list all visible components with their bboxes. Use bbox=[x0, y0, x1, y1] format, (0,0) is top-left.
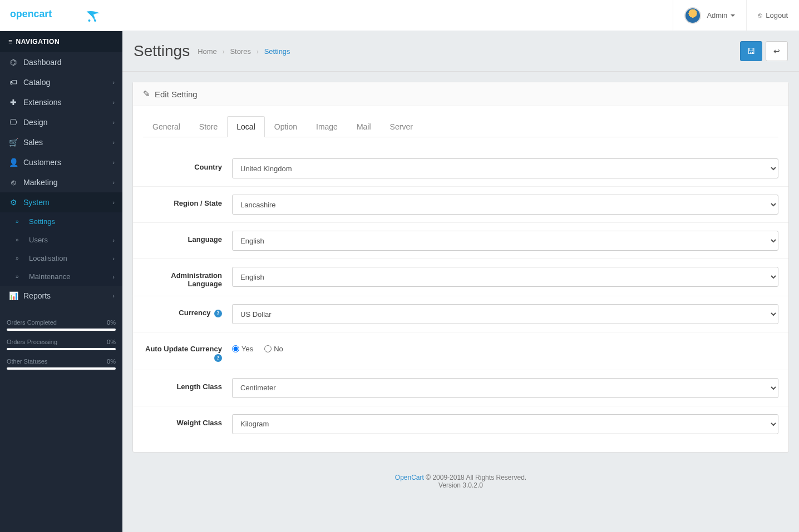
sidebar-item-extensions[interactable]: ✚ Extensions › bbox=[0, 92, 122, 112]
svg-text:opencart: opencart bbox=[10, 8, 52, 19]
stat-orders-completed: Orders Completed 0% bbox=[7, 316, 116, 329]
logout-button[interactable]: ⎋ Logout bbox=[746, 0, 799, 31]
stat-other-statuses: Other Statuses 0% bbox=[7, 355, 116, 367]
sidebar-sub-users[interactable]: » Users › bbox=[0, 231, 122, 249]
chevron-right-icon: › bbox=[112, 79, 115, 86]
chevron-right-icon: › bbox=[112, 274, 115, 280]
chevron-icon: » bbox=[16, 274, 24, 280]
main: Settings Home › Stores › Settings 🖫 ↩ ✎ … bbox=[122, 0, 799, 532]
page-title: Settings bbox=[134, 42, 190, 60]
tab-store[interactable]: Store bbox=[190, 116, 227, 137]
pencil-icon: ✎ bbox=[143, 89, 150, 99]
svg-point-2 bbox=[94, 19, 96, 21]
row-region: Region / State Lancashire bbox=[133, 187, 788, 223]
panel-heading: ✎ Edit Setting bbox=[133, 82, 788, 106]
breadcrumb-settings[interactable]: Settings bbox=[264, 47, 290, 56]
panel-body: General Store Local Option Image Mail Se… bbox=[133, 106, 788, 452]
sidebar-item-system[interactable]: ⚙ System › bbox=[0, 192, 122, 212]
caret-down-icon bbox=[731, 14, 735, 17]
footer-version: Version 3.0.2.0 bbox=[134, 481, 788, 489]
tab-server[interactable]: Server bbox=[381, 116, 422, 137]
label-weight-class: Weight Class bbox=[143, 414, 232, 427]
user-menu[interactable]: Admin bbox=[673, 0, 746, 31]
sidebar-item-customers[interactable]: 👤 Customers › bbox=[0, 152, 122, 172]
chevron-right-icon: › bbox=[112, 159, 115, 166]
sidebar-sub-localisation[interactable]: » Localisation › bbox=[0, 249, 122, 267]
sidebar-item-catalog[interactable]: 🏷 Catalog › bbox=[0, 72, 122, 92]
select-region[interactable]: Lancashire bbox=[232, 195, 778, 215]
stat-bar bbox=[7, 348, 116, 350]
save-icon: 🖫 bbox=[747, 47, 755, 56]
sidebar-sub-settings[interactable]: » Settings bbox=[0, 212, 122, 231]
chevron-right-icon: › bbox=[112, 255, 115, 262]
sidebar-stats: Orders Completed 0% Orders Processing 0%… bbox=[7, 316, 116, 370]
chevron-right-icon: › bbox=[112, 292, 115, 299]
tab-image[interactable]: Image bbox=[307, 116, 347, 137]
page-actions: 🖫 ↩ bbox=[740, 41, 788, 61]
header-right: Admin ⎋ Logout bbox=[122, 0, 799, 31]
row-language: Language English bbox=[133, 223, 788, 259]
select-currency[interactable]: US Dollar bbox=[232, 304, 778, 324]
help-icon[interactable]: ? bbox=[214, 310, 222, 317]
tab-general[interactable]: General bbox=[143, 116, 190, 137]
label-country: Country bbox=[143, 158, 232, 171]
avatar bbox=[684, 7, 701, 24]
tab-mail[interactable]: Mail bbox=[347, 116, 381, 137]
gear-icon: ⚙ bbox=[8, 198, 19, 207]
chevron-right-icon: › bbox=[112, 139, 115, 146]
help-icon[interactable]: ? bbox=[214, 354, 222, 362]
sidebar-item-reports[interactable]: 📊 Reports › bbox=[0, 286, 122, 306]
chevron-right-icon: › bbox=[112, 237, 115, 243]
tag-icon: 🏷 bbox=[8, 78, 19, 87]
chevron-right-icon: › bbox=[112, 119, 115, 126]
chevron-icon: » bbox=[16, 237, 24, 243]
bars-icon: ≡ bbox=[8, 38, 13, 46]
select-weight-class[interactable]: Kilogram bbox=[232, 414, 778, 434]
sidebar-item-sales[interactable]: 🛒 Sales › bbox=[0, 132, 122, 152]
tab-option[interactable]: Option bbox=[265, 116, 307, 137]
header: opencart Admin ⎋ Logout bbox=[0, 0, 799, 31]
label-region: Region / State bbox=[143, 195, 232, 207]
sidebar-item-design[interactable]: 🖵 Design › bbox=[0, 112, 122, 132]
user-label: Admin bbox=[707, 11, 727, 19]
puzzle-icon: ✚ bbox=[8, 98, 19, 107]
select-country[interactable]: United Kingdom bbox=[232, 158, 778, 178]
sidebar-item-marketing[interactable]: ⎋ Marketing › bbox=[0, 172, 122, 192]
svg-point-1 bbox=[88, 19, 90, 21]
breadcrumb-stores[interactable]: Stores bbox=[230, 47, 251, 56]
breadcrumb-home[interactable]: Home bbox=[198, 47, 217, 56]
sidebar-item-dashboard[interactable]: ⌬ Dashboard bbox=[0, 52, 122, 72]
label-language: Language bbox=[143, 231, 232, 243]
user-icon: 👤 bbox=[8, 158, 19, 167]
radio-yes[interactable]: Yes bbox=[232, 345, 253, 353]
logo[interactable]: opencart bbox=[0, 0, 122, 31]
page-header: Settings Home › Stores › Settings 🖫 ↩ bbox=[122, 31, 799, 72]
select-language[interactable]: English bbox=[232, 231, 778, 251]
back-icon: ↩ bbox=[773, 47, 780, 56]
row-auto-update-currency: Auto Update Currency ? Yes No bbox=[133, 332, 788, 370]
chevron-icon: » bbox=[16, 218, 24, 225]
chevron-right-icon: › bbox=[112, 179, 115, 186]
save-button[interactable]: 🖫 bbox=[740, 41, 762, 61]
select-admin-language[interactable]: English bbox=[232, 267, 778, 287]
cancel-button[interactable]: ↩ bbox=[766, 41, 788, 61]
chevron-icon: » bbox=[16, 255, 24, 261]
select-length-class[interactable]: Centimeter bbox=[232, 378, 778, 398]
radio-yes-input[interactable] bbox=[232, 345, 239, 352]
radio-no-input[interactable] bbox=[264, 345, 272, 352]
radio-no[interactable]: No bbox=[264, 345, 283, 353]
label-currency: Currency ? bbox=[143, 304, 232, 317]
footer-link[interactable]: OpenCart bbox=[395, 474, 424, 481]
row-admin-language: Administration Language English bbox=[133, 259, 788, 296]
tabs: General Store Local Option Image Mail Se… bbox=[143, 116, 778, 137]
panel-edit-setting: ✎ Edit Setting General Store Local Optio… bbox=[132, 82, 789, 453]
label-auto-update-currency: Auto Update Currency ? bbox=[143, 340, 232, 362]
row-length-class: Length Class Centimeter bbox=[133, 370, 788, 406]
label-admin-language: Administration Language bbox=[143, 267, 232, 288]
breadcrumb: Home › Stores › Settings bbox=[198, 47, 290, 56]
stat-orders-processing: Orders Processing 0% bbox=[7, 335, 116, 348]
sidebar-sub-maintenance[interactable]: » Maintenance › bbox=[0, 267, 122, 286]
chevron-right-icon: › bbox=[112, 99, 115, 106]
tab-local[interactable]: Local bbox=[227, 116, 264, 137]
stat-bar bbox=[7, 329, 116, 331]
